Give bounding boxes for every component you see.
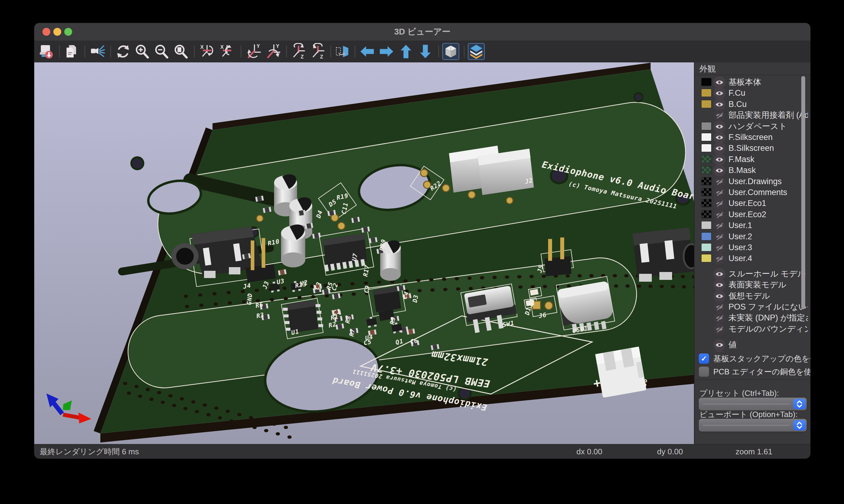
layer-row-B.Mask[interactable]: B.Mask (694, 165, 811, 176)
visibility-eye-off-icon[interactable] (713, 209, 725, 221)
visibility-eye-icon[interactable] (713, 98, 725, 111)
layer-color-swatch[interactable] (701, 100, 711, 108)
layer-color-swatch[interactable] (701, 210, 711, 218)
toolbar-flip-board-button[interactable] (334, 43, 351, 60)
stepper-icon[interactable] (793, 399, 806, 409)
visibility-eye-icon[interactable] (713, 131, 725, 144)
layer-row-User.Drawings[interactable]: User.Drawings (694, 176, 811, 187)
visibility-eye-icon[interactable] (713, 154, 725, 166)
toolbar-rotate-y-counterclockwise-button[interactable] (265, 43, 282, 60)
preset-combobox[interactable] (699, 398, 807, 410)
toolbar-rotate-x-clockwise-button[interactable] (199, 43, 216, 60)
layer-row-User.Eco2[interactable]: User.Eco2 (694, 209, 811, 220)
visibility-eye-off-icon[interactable] (713, 242, 725, 254)
toolbar-pan-down-button[interactable] (417, 43, 434, 60)
layer-color-swatch[interactable] (701, 177, 711, 185)
visibility-eye-off-icon[interactable] (713, 301, 725, 313)
toolbar-pan-up-button[interactable] (397, 43, 414, 60)
layer-color-swatch[interactable] (701, 199, 711, 207)
option-row[interactable]: ✓ 基板スタックアップの色を使用 (694, 353, 811, 365)
layer-row-モデルのバウンディング[interactable]: モデルのバウンディング (694, 323, 811, 335)
visibility-eye-icon[interactable] (713, 290, 725, 302)
toolbar-rotate-z-counterclockwise-button[interactable] (310, 43, 327, 60)
visibility-eye-off-icon[interactable] (713, 253, 725, 265)
visibility-eye-icon[interactable] (713, 121, 725, 133)
option-row[interactable]: PCB エディターの銅色を使用 (694, 365, 811, 378)
layer-color-swatch[interactable] (701, 254, 711, 262)
visibility-eye-off-icon[interactable] (713, 323, 725, 335)
toolbar-pan-right-button[interactable] (378, 43, 395, 60)
layer-color-swatch[interactable] (701, 89, 711, 97)
layer-color-swatch[interactable] (701, 133, 711, 141)
layer-color-swatch[interactable] (701, 221, 711, 229)
visibility-eye-icon[interactable] (713, 339, 725, 351)
layer-row-User.3[interactable]: User.3 (694, 242, 811, 253)
visibility-eye-icon[interactable] (713, 76, 725, 88)
layer-row-User.1[interactable]: User.1 (694, 220, 811, 231)
visibility-eye-off-icon[interactable] (713, 109, 725, 122)
layer-row-F.Silkscreen[interactable]: F.Silkscreen (694, 132, 811, 143)
visibility-eye-icon[interactable] (713, 279, 725, 291)
visibility-eye-off-icon[interactable] (713, 186, 725, 199)
layer-color-swatch[interactable] (701, 243, 711, 251)
toolbar-rotate-y-clockwise-button[interactable] (245, 43, 262, 60)
3d-viewport[interactable]: Exidiophone v6.0 Audio Board(c) Tomoya M… (34, 62, 694, 444)
layer-color-swatch[interactable] (701, 122, 711, 130)
layer-color-swatch[interactable] (701, 155, 711, 163)
layer-row-値[interactable]: 値 (694, 339, 811, 350)
layer-label: 値 (728, 339, 808, 350)
layer-color-swatch[interactable] (701, 78, 711, 86)
toolbar-export-board-image-button[interactable] (37, 43, 54, 60)
visibility-eye-icon[interactable] (713, 268, 725, 280)
layer-row-仮想モデル[interactable]: 仮想モデル (694, 290, 811, 302)
visibility-eye-icon[interactable] (713, 164, 725, 177)
viewport-combobox[interactable] (699, 419, 807, 432)
toolbar-pan-left-button[interactable] (359, 43, 376, 60)
toolbar-zoom-in-button[interactable] (134, 43, 151, 60)
layer-row-部品実装用接着剤 (Adhe[interactable]: 部品実装用接着剤 (Adhe (694, 110, 811, 121)
visibility-eye-icon[interactable] (713, 142, 725, 155)
layer-row-B.Silkscreen[interactable]: B.Silkscreen (694, 143, 811, 154)
visibility-eye-off-icon[interactable] (713, 312, 725, 324)
toolbar-zoom-out-button[interactable] (153, 43, 170, 60)
stepper-icon[interactable] (793, 420, 806, 430)
layer-row-未実装 (DNP) が指定され[interactable]: 未実装 (DNP) が指定され (694, 312, 811, 323)
toolbar-rotate-z-clockwise-button[interactable] (291, 43, 308, 60)
layer-row-User.Comments[interactable]: User.Comments (694, 187, 811, 198)
layer-color-swatch[interactable] (701, 144, 711, 152)
visibility-eye-icon[interactable] (713, 350, 725, 352)
layer-row-表面実装モデル[interactable]: 表面実装モデル (694, 279, 811, 290)
toolbar-copy-image-button[interactable] (63, 43, 80, 60)
layer-row-B.Cu[interactable]: B.Cu (694, 99, 811, 110)
toolbar-render-raytracing-button[interactable] (89, 43, 106, 60)
layer-row-User.Eco1[interactable]: User.Eco1 (694, 198, 811, 209)
visibility-eye-off-icon[interactable] (713, 220, 725, 232)
layer-row-User.4[interactable]: User.4 (694, 253, 811, 264)
toolbar-appearance-panel-button[interactable] (468, 43, 485, 60)
visibility-eye-icon[interactable] (713, 87, 725, 100)
svg-text:D3: D3 (411, 294, 419, 304)
layer-row-F.Cu[interactable]: F.Cu (694, 88, 811, 99)
layer-row-基板本体[interactable]: 基板本体 (694, 77, 811, 88)
layer-row-POS ファイルにないモデ[interactable]: POS ファイルにないモデ (694, 301, 811, 312)
layer-row-スルーホール モデル[interactable]: スルーホール モデル (694, 268, 811, 280)
layer-row-ハンダペースト[interactable]: ハンダペースト (694, 121, 811, 132)
layer-label: F.Silkscreen (728, 132, 808, 143)
layer-color-swatch[interactable] (701, 232, 711, 240)
toolbar-zoom-to-fit-button[interactable] (172, 43, 189, 60)
layer-row-F.Mask[interactable]: F.Mask (694, 154, 811, 165)
visibility-eye-off-icon[interactable] (713, 231, 725, 243)
layer-color-swatch[interactable] (701, 188, 711, 196)
layer-row-partial[interactable] (694, 350, 811, 352)
visibility-eye-off-icon[interactable] (713, 197, 725, 210)
toolbar-rotate-x-counterclockwise-button[interactable] (219, 43, 236, 60)
checkbox-unchecked[interactable] (699, 366, 709, 377)
visibility-eye-off-icon[interactable] (713, 176, 725, 188)
layer-row-User.2[interactable]: User.2 (694, 231, 811, 242)
layer-color-swatch[interactable] (701, 166, 711, 174)
checkbox-checked[interactable]: ✓ (699, 354, 709, 364)
layer-list-scrollbar[interactable] (801, 76, 805, 309)
toolbar-orthographic-projection-button[interactable] (442, 43, 459, 60)
toolbar-redraw-button[interactable] (115, 43, 132, 60)
viewport-label: ビューポート (Option+Tab): (700, 410, 798, 419)
